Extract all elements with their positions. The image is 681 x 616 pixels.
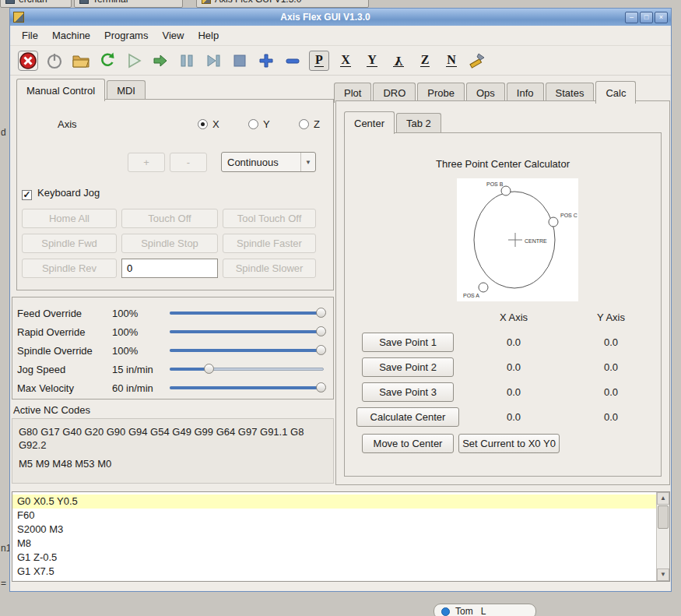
spindle-faster-button[interactable]: Spindle Faster	[223, 234, 316, 253]
zoom-out-button[interactable]	[283, 51, 303, 71]
reload-button[interactable]	[97, 51, 118, 71]
pause-button[interactable]	[177, 51, 197, 71]
axis-radio-x[interactable]: X	[198, 118, 219, 130]
keyboard-jog-label: Keyboard Jog	[37, 187, 100, 199]
home-all-button[interactable]: Home All	[22, 209, 117, 228]
taskbar-item[interactable]: erchan	[0, 0, 72, 8]
svg-text:POS A: POS A	[463, 293, 479, 298]
spindle-rev-button[interactable]: Spindle Rev	[22, 259, 117, 278]
view-x-label: X	[340, 54, 351, 68]
rapid-override-label: Rapid Override	[17, 326, 85, 338]
tab-calc[interactable]: Calc	[595, 81, 636, 104]
menu-programs[interactable]: Programs	[97, 26, 155, 44]
save-point-1-button[interactable]: Save Point 1	[362, 333, 454, 352]
scroll-up-icon[interactable]: ▲	[657, 492, 669, 505]
spindle-override-label: Spindle Override	[17, 345, 93, 357]
zoom-in-button[interactable]	[256, 51, 276, 71]
jog-speed-slider[interactable]	[170, 361, 324, 376]
slider-fill	[170, 349, 324, 352]
keyboard-jog-checkbox[interactable]: ✓Keyboard Jog	[22, 187, 100, 200]
gcode-listing[interactable]: G0 X0.5 Y0.5 F60 S2000 M3 M8 G1 Z-0.5 G1…	[12, 491, 670, 582]
menu-machine[interactable]: Machine	[45, 26, 97, 44]
spindle-override-slider[interactable]	[170, 343, 324, 357]
gcode-line[interactable]: G1 Z-0.5	[12, 551, 656, 565]
view-y2-label: Y	[394, 54, 403, 67]
step-button[interactable]	[203, 51, 223, 71]
stop-button[interactable]	[230, 51, 250, 71]
nc-codes-m-line: M5 M9 M48 M53 M0	[19, 457, 327, 470]
taskbar-item[interactable]: Axis Flex GUI V1.3.0	[196, 0, 369, 8]
spindle-slower-button[interactable]: Spindle Slower	[223, 259, 316, 278]
feed-override-slider[interactable]	[170, 305, 324, 320]
terminal-icon	[79, 0, 89, 4]
maximize-button[interactable]: □	[640, 12, 653, 23]
save-point-2-button[interactable]: Save Point 2	[362, 357, 454, 377]
menu-help[interactable]: Help	[191, 26, 226, 44]
slider-handle[interactable]	[204, 364, 214, 374]
view-z2-button[interactable]: N	[441, 51, 462, 71]
slider-handle[interactable]	[316, 345, 326, 355]
calculate-center-button[interactable]: Calculate Center	[356, 407, 459, 427]
slider-handle[interactable]	[316, 308, 326, 318]
gcode-lines: G0 X0.5 Y0.5 F60 S2000 M3 M8 G1 Z-0.5 G1…	[12, 492, 669, 579]
view-y-button[interactable]: Y	[362, 51, 382, 71]
chevron-down-icon: ▼	[300, 153, 315, 171]
app-icon	[13, 12, 24, 23]
slider-handle[interactable]	[316, 382, 326, 392]
gcode-line[interactable]: G1 X7.5	[12, 565, 656, 579]
view-perspective-button[interactable]: P	[309, 51, 329, 71]
view-z-button[interactable]: Z	[415, 51, 435, 71]
set-current-x0y0-button[interactable]: Set Current to X0 Y0	[458, 434, 560, 453]
tool-touch-icon-button[interactable]	[468, 51, 488, 71]
gcode-line[interactable]: F60	[12, 509, 656, 523]
jog-mode-select[interactable]: Continuous ▼	[221, 152, 316, 172]
gcode-scrollbar[interactable]: ▲ ▼	[656, 492, 669, 581]
spindle-fwd-button[interactable]: Spindle Fwd	[22, 234, 117, 253]
open-file-button[interactable]	[71, 51, 91, 71]
bottom-taskbar-item[interactable]: Tom L	[434, 604, 536, 616]
gcode-line-current[interactable]: G0 X0.5 Y0.5	[12, 495, 656, 509]
touch-off-button[interactable]: Touch Off	[121, 209, 218, 228]
gcode-line[interactable]: M8	[12, 537, 656, 551]
menu-file[interactable]: File	[15, 26, 45, 44]
tab-tab2[interactable]: Tab 2	[396, 113, 441, 133]
svg-text:POS C: POS C	[560, 213, 577, 218]
y-axis-column-header: Y Axis	[568, 312, 654, 323]
window-icon	[5, 0, 15, 4]
desktop-fragment: =	[1, 578, 6, 589]
move-to-center-button[interactable]: Move to Center	[362, 434, 454, 453]
jog-minus-button[interactable]: -	[170, 153, 207, 172]
point-2-y-value: 0.0	[568, 361, 654, 373]
run-button[interactable]	[124, 51, 144, 71]
spindle-stop-button[interactable]: Spindle Stop	[121, 234, 218, 253]
max-velocity-slider[interactable]	[170, 380, 324, 395]
tab-manual-control[interactable]: Manual Control	[16, 79, 105, 101]
view-x-button[interactable]: X	[335, 51, 356, 71]
titlebar[interactable]: Axis Flex GUI V1.3.0 – □ ×	[10, 9, 671, 26]
jog-plus-button[interactable]: +	[128, 153, 165, 172]
save-point-3-button[interactable]: Save Point 3	[362, 382, 454, 402]
close-button[interactable]: ×	[655, 12, 668, 23]
taskbar-item[interactable]: Terminal	[74, 0, 183, 8]
minimize-button[interactable]: –	[625, 12, 638, 23]
power-button[interactable]	[44, 51, 65, 71]
axis-radio-z[interactable]: Z	[299, 118, 320, 130]
active-nc-codes-title: Active NC Codes	[13, 404, 90, 416]
right-tab-row: Plot DRO Probe Ops Info States Calc	[334, 81, 637, 103]
tab-center[interactable]: Center	[344, 111, 395, 134]
scroll-down-icon[interactable]: ▼	[657, 568, 669, 581]
gcode-line[interactable]: S2000 M3	[12, 523, 656, 537]
tool-touch-off-button[interactable]: Tool Touch Off	[223, 209, 316, 228]
menu-view[interactable]: View	[155, 26, 191, 44]
estop-button[interactable]	[18, 51, 38, 71]
spindle-override-value: 100%	[112, 345, 138, 357]
tab-mdi[interactable]: MDI	[107, 80, 146, 100]
slider-handle[interactable]	[316, 326, 326, 336]
rapid-override-slider[interactable]	[170, 324, 324, 339]
svg-text:CENTRE: CENTRE	[525, 238, 547, 244]
spindle-speed-spinner[interactable]: ▲ ▼	[121, 259, 218, 278]
run-from-line-button[interactable]	[150, 51, 170, 71]
view-y2-button[interactable]: Y	[388, 51, 409, 71]
axis-radio-y[interactable]: Y	[248, 118, 270, 130]
scrollbar-thumb[interactable]	[658, 505, 669, 529]
